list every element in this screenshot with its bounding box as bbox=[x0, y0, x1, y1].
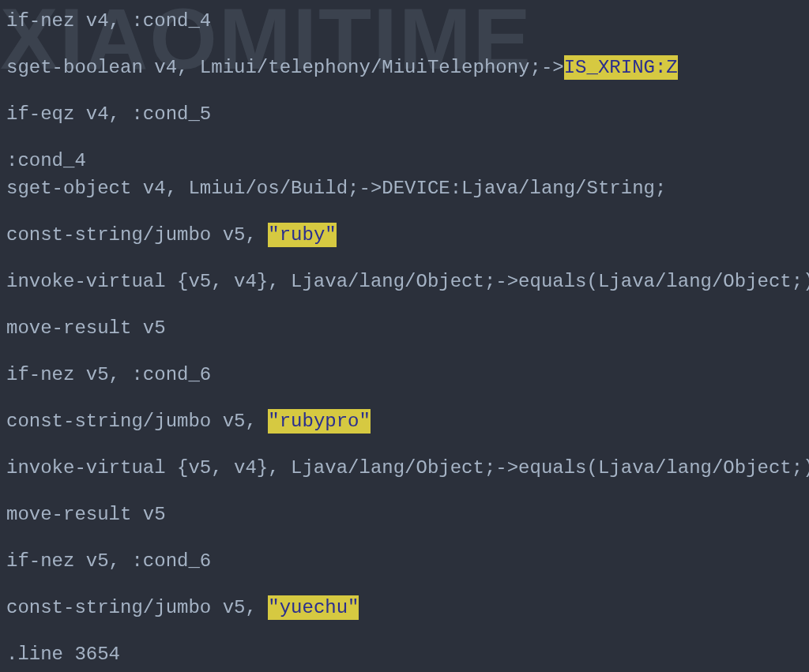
blank-line bbox=[6, 36, 803, 54]
highlight-yuechu: "yuechu" bbox=[268, 595, 359, 620]
blank-line bbox=[6, 389, 803, 408]
blank-line bbox=[6, 529, 803, 548]
code-text: move-result v5 bbox=[6, 504, 166, 525]
highlight-ruby: "ruby" bbox=[268, 223, 336, 247]
highlight-is-xring: IS_XRING:Z bbox=[564, 55, 678, 80]
code-text: sget-boolean v4, Lmiui/telephony/MiuiTel… bbox=[6, 57, 564, 78]
blank-line bbox=[6, 482, 803, 501]
code-text: invoke-virtual {v5, v4}, Ljava/lang/Obje… bbox=[6, 271, 809, 292]
code-text: if-eqz v4, :cond_5 bbox=[6, 103, 211, 125]
code-line: move-result v5 bbox=[6, 315, 803, 343]
code-line: move-result v5 bbox=[6, 501, 803, 529]
code-line: sget-boolean v4, Lmiui/telephony/MiuiTel… bbox=[6, 54, 803, 82]
code-line: if-nez v5, :cond_6 bbox=[6, 548, 803, 576]
code-line: invoke-virtual {v5, v4}, Ljava/lang/Obje… bbox=[6, 268, 803, 296]
code-line: if-nez v4, :cond_4 bbox=[6, 8, 803, 36]
code-text: if-nez v5, :cond_6 bbox=[6, 364, 211, 385]
code-line: if-eqz v4, :cond_5 bbox=[6, 101, 803, 129]
code-line: const-string/jumbo v5, "yuechu" bbox=[6, 595, 803, 622]
code-line: const-string/jumbo v5, "ruby" bbox=[6, 222, 803, 250]
code-text: if-nez v4, :cond_4 bbox=[6, 10, 211, 32]
code-text: const-string/jumbo v5, bbox=[6, 597, 268, 618]
blank-line bbox=[6, 203, 803, 222]
code-text: .line 3654 bbox=[6, 644, 120, 665]
code-block: if-nez v4, :cond_4 sget-boolean v4, Lmiu… bbox=[6, 8, 803, 672]
code-line: .line 3654 bbox=[6, 641, 803, 669]
blank-line bbox=[6, 129, 803, 148]
blank-line bbox=[6, 576, 803, 595]
code-text: sget-object v4, Lmiui/os/Build;->DEVICE:… bbox=[6, 178, 666, 199]
highlight-rubypro: "rubypro" bbox=[268, 409, 371, 434]
code-line: invoke-virtual {v5, v4}, Ljava/lang/Obje… bbox=[6, 669, 803, 672]
blank-line bbox=[6, 622, 803, 641]
code-text: invoke-virtual {v5, v4}, Ljava/lang/Obje… bbox=[6, 457, 809, 479]
code-text: const-string/jumbo v5, bbox=[6, 411, 268, 432]
code-line: invoke-virtual {v5, v4}, Ljava/lang/Obje… bbox=[6, 455, 803, 482]
code-line: :cond_4 bbox=[6, 148, 803, 175]
code-line: if-nez v5, :cond_6 bbox=[6, 362, 803, 389]
code-text: :cond_4 bbox=[6, 150, 86, 171]
blank-line bbox=[6, 250, 803, 268]
code-text: move-result v5 bbox=[6, 317, 166, 339]
blank-line bbox=[6, 296, 803, 315]
blank-line bbox=[6, 436, 803, 455]
blank-line bbox=[6, 343, 803, 362]
code-line: const-string/jumbo v5, "rubypro" bbox=[6, 408, 803, 436]
code-text: if-nez v5, :cond_6 bbox=[6, 550, 211, 572]
code-line: sget-object v4, Lmiui/os/Build;->DEVICE:… bbox=[6, 175, 803, 203]
blank-line bbox=[6, 82, 803, 101]
code-text: const-string/jumbo v5, bbox=[6, 224, 268, 246]
